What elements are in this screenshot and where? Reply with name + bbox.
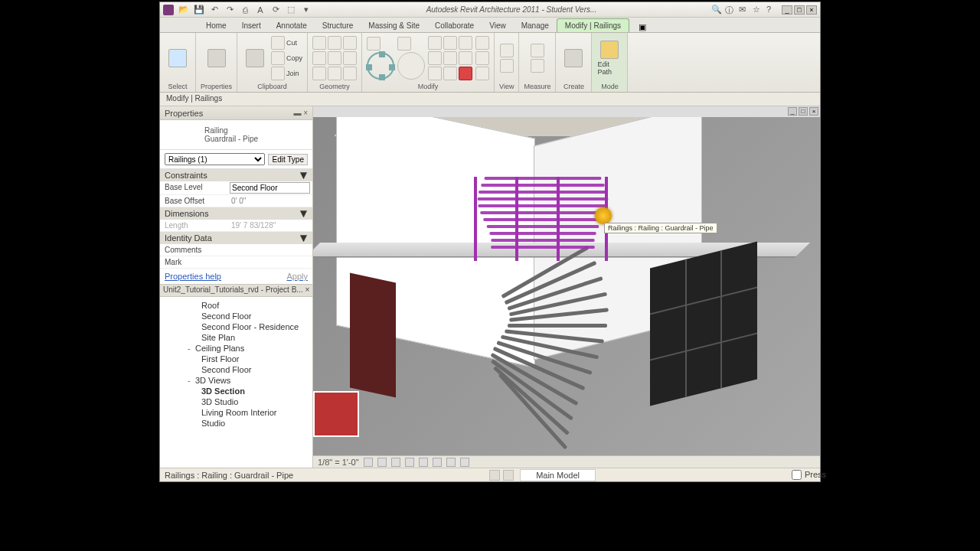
- tab-collaborate[interactable]: Collaborate: [427, 19, 482, 32]
- sun-path-icon[interactable]: [391, 458, 400, 467]
- join-icon[interactable]: [271, 67, 285, 80]
- tab-home[interactable]: Home: [198, 19, 234, 32]
- design-option-label[interactable]: Main Model: [520, 469, 596, 481]
- mod-ext2-icon[interactable]: [475, 51, 489, 65]
- crop-region-icon[interactable]: [433, 458, 442, 467]
- trim-icon[interactable]: [443, 36, 457, 50]
- close-button[interactable]: ×: [806, 5, 817, 15]
- tree-node[interactable]: Second Floor: [162, 364, 311, 375]
- browser-tree[interactable]: RoofSecond FloorSecond Floor - Residence…: [160, 297, 312, 432]
- split-face-icon[interactable]: [328, 51, 341, 65]
- rotate-tool-icon[interactable]: [397, 52, 425, 80]
- press-drag-checkbox[interactable]: [792, 470, 802, 480]
- model-railing-selected[interactable]: [474, 177, 612, 261]
- app-menu-icon[interactable]: [163, 5, 174, 15]
- dimension-icon[interactable]: [531, 59, 544, 73]
- delete-icon[interactable]: [459, 67, 472, 80]
- browser-header[interactable]: Unit2_Tutorial_Tutorials_rvd - Project B…: [160, 285, 312, 297]
- mirror-icon[interactable]: [428, 36, 442, 50]
- tab-view[interactable]: View: [482, 19, 514, 32]
- context-close-icon[interactable]: ▣: [635, 21, 649, 32]
- maximize-button[interactable]: □: [794, 5, 805, 15]
- close-icon[interactable]: ▬ ×: [293, 109, 308, 117]
- align-icon[interactable]: [367, 37, 381, 51]
- tree-node[interactable]: Studio: [162, 418, 311, 429]
- editable-icon[interactable]: [503, 470, 514, 481]
- tab-manage[interactable]: Manage: [514, 19, 557, 32]
- cope-icon[interactable]: [312, 36, 326, 50]
- tree-node[interactable]: Roof: [162, 300, 311, 311]
- info-icon[interactable]: ⓘ: [725, 5, 736, 15]
- group-identity[interactable]: Identity Data⯆: [160, 232, 312, 244]
- array-icon[interactable]: [428, 51, 442, 65]
- group-constraints[interactable]: Constraints⯆: [160, 169, 312, 181]
- mark-value[interactable]: [230, 257, 310, 259]
- cut-geom-icon[interactable]: [328, 36, 341, 50]
- tree-node[interactable]: 3D Section: [162, 386, 311, 396]
- tab-insert[interactable]: Insert: [234, 19, 269, 32]
- tree-node[interactable]: -3D Views: [162, 375, 311, 386]
- tree-node[interactable]: First Floor: [162, 354, 311, 364]
- pin-icon[interactable]: [459, 51, 472, 65]
- text-icon[interactable]: A: [255, 5, 266, 15]
- 3d-viewport[interactable]: Railings : Railing : Guardrail - Pipe: [313, 117, 820, 455]
- crop-icon[interactable]: [419, 458, 428, 467]
- tab-structure[interactable]: Structure: [315, 19, 361, 32]
- star-icon[interactable]: ☆: [753, 5, 763, 15]
- properties-button[interactable]: [204, 38, 230, 78]
- edit-type-button[interactable]: Edit Type: [268, 154, 308, 165]
- scale-icon[interactable]: [443, 51, 457, 65]
- keyword-icon[interactable]: 🔍: [711, 5, 722, 15]
- override-icon[interactable]: [500, 59, 514, 73]
- cut-icon[interactable]: [271, 36, 285, 50]
- workset-icon[interactable]: [489, 470, 500, 481]
- type-selector[interactable]: Railing Guardrail - Pipe: [160, 120, 312, 150]
- demolish-icon[interactable]: [312, 67, 326, 80]
- mod-ext3-icon[interactable]: [475, 67, 489, 80]
- visual-style-icon[interactable]: [377, 458, 387, 467]
- group-dimensions[interactable]: Dimensions⯆: [160, 207, 312, 220]
- copy-icon[interactable]: [271, 51, 285, 65]
- minimize-button[interactable]: _: [782, 5, 792, 15]
- temp-hide-icon[interactable]: [446, 458, 456, 467]
- tree-node[interactable]: Site Plan: [162, 332, 311, 343]
- join-geom-icon[interactable]: [343, 36, 357, 50]
- open-icon[interactable]: 📂: [178, 5, 189, 15]
- tree-node[interactable]: Second Floor: [162, 311, 311, 321]
- view-max-icon[interactable]: □: [799, 107, 808, 116]
- hide-icon[interactable]: [500, 44, 514, 57]
- paste-button[interactable]: [242, 38, 268, 78]
- undo-icon[interactable]: ↶: [209, 5, 220, 15]
- mod-ext1-icon[interactable]: [475, 36, 489, 50]
- modify-button[interactable]: [165, 38, 191, 78]
- 3d-icon[interactable]: ⬚: [286, 5, 296, 15]
- tree-node[interactable]: -Ceiling Plans: [162, 343, 311, 354]
- help-icon[interactable]: ?: [766, 5, 777, 15]
- unpin-icon[interactable]: [428, 67, 442, 80]
- tree-node[interactable]: Living Room Interior: [162, 407, 311, 418]
- properties-help-link[interactable]: Properties help: [165, 272, 221, 281]
- geom-opt2-icon[interactable]: [343, 67, 357, 80]
- offset-icon[interactable]: [397, 37, 411, 51]
- measure-icon[interactable]: [531, 44, 544, 57]
- properties-header[interactable]: Properties ▬ ×: [160, 106, 312, 120]
- view-close-icon[interactable]: ×: [809, 107, 818, 116]
- group-icon[interactable]: [443, 67, 457, 80]
- tab-massing[interactable]: Massing & Site: [361, 19, 427, 32]
- base-level-input[interactable]: [230, 182, 310, 194]
- shadows-icon[interactable]: [405, 458, 414, 467]
- paint-icon[interactable]: [343, 51, 357, 65]
- redo-icon[interactable]: ↷: [224, 5, 235, 15]
- tab-annotate[interactable]: Annotate: [269, 19, 315, 32]
- dropdown-icon[interactable]: ▾: [301, 5, 312, 15]
- comm-icon[interactable]: ✉: [739, 5, 750, 15]
- move-tool-icon[interactable]: [367, 52, 394, 80]
- view-min-icon[interactable]: _: [788, 107, 797, 116]
- base-offset-value[interactable]: 0' 0": [230, 196, 310, 206]
- instance-filter[interactable]: Railings (1): [165, 153, 265, 165]
- apply-button[interactable]: Apply: [286, 272, 308, 281]
- wall-join-icon[interactable]: [312, 51, 326, 65]
- tree-node[interactable]: Second Floor - Residence: [162, 321, 311, 332]
- geom-opt-icon[interactable]: [328, 67, 341, 80]
- comments-value[interactable]: [230, 245, 310, 246]
